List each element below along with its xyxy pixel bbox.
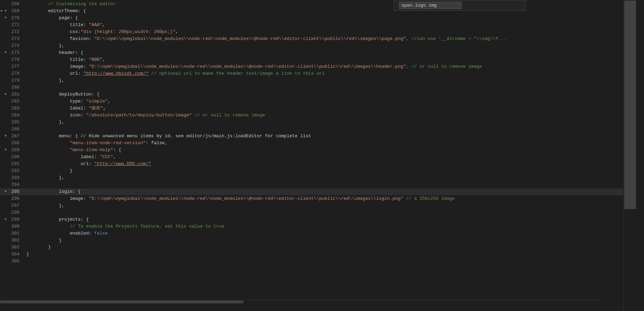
line-number-299: 299 xyxy=(8,216,22,223)
line-number-300: 300 xyxy=(8,223,22,230)
token: "保存" xyxy=(89,106,103,111)
line-number-col-297: 297 xyxy=(0,202,25,209)
scrollbar-thumb[interactable] xyxy=(0,301,243,303)
line-280: 280 xyxy=(0,84,623,91)
line-content-292: } xyxy=(25,167,623,174)
token: "http://www.hbisdt.com/" xyxy=(83,71,148,76)
line-number-290: 290 xyxy=(8,154,22,161)
line-content-302: } xyxy=(25,237,623,244)
line-number-275: 275 xyxy=(8,49,22,56)
line-281: 281 deployButton: { xyxy=(0,91,623,98)
token: "D:\\npm\\npmglobal\\node_modules\\node-… xyxy=(89,196,403,201)
line-number-col-294: 294 xyxy=(0,181,25,188)
line-number-272: 272 xyxy=(8,28,22,35)
fold-arrow-275[interactable] xyxy=(3,49,8,56)
line-number-col-305: 305 xyxy=(0,258,25,265)
line-number-268: 268 xyxy=(8,1,22,8)
line-number-col-292: 292 xyxy=(0,167,25,174)
code-area: 268 // Customising the editor●269 editor… xyxy=(0,0,623,311)
line-number-col-277: 277 xyxy=(0,63,25,70)
line-content-295: login: { xyxy=(25,188,623,195)
token: "D:\\npm\\npmglobal\\node_modules\\node-… xyxy=(94,36,406,41)
fold-arrow-289[interactable] xyxy=(3,147,8,154)
token: "BBB" xyxy=(89,57,102,62)
find-close-button[interactable] xyxy=(490,5,493,6)
line-number-col-278: 278 xyxy=(0,70,25,77)
line-content-296: image: "D:\\npm\\npmglobal\\node_modules… xyxy=(25,195,623,202)
line-content-274: }, xyxy=(25,42,623,49)
find-match-case-button[interactable] xyxy=(463,5,466,6)
token: favicon: xyxy=(26,36,94,41)
line-number-301: 301 xyxy=(8,230,22,237)
horizontal-scrollbar[interactable] xyxy=(0,300,602,303)
line-number-303: 303 xyxy=(8,244,22,251)
line-number-col-299: 299 xyxy=(0,216,25,223)
line-number-285: 285 xyxy=(8,119,22,126)
token: "AAA" xyxy=(89,22,102,27)
line-number-276: 276 xyxy=(8,56,22,63)
fold-arrow-287[interactable] xyxy=(3,133,8,140)
fold-arrow-269[interactable] xyxy=(3,8,8,15)
line-number-col-295: 295 xyxy=(0,188,25,195)
token xyxy=(26,1,48,7)
line-295: 295 login: { xyxy=(0,188,623,195)
line-content-297: }, xyxy=(25,202,623,209)
line-number-col-271: 271 xyxy=(0,22,25,28)
line-number-297: 297 xyxy=(8,202,22,209)
line-305: 305 xyxy=(0,258,623,265)
line-number-269: 269 xyxy=(8,8,22,15)
token: css: xyxy=(26,29,81,34)
line-content-281: deployButton: { xyxy=(25,91,623,98)
line-287: 287 menu: { // Hide unwanted menu items … xyxy=(0,133,623,140)
token: editorTheme: { xyxy=(26,8,86,14)
line-300: 300 // To enable the Projects feature, s… xyxy=(0,223,623,230)
line-number-col-270: 270 xyxy=(0,15,25,22)
line-283: 283 label: "保存", xyxy=(0,105,623,112)
token: // To enable the Projects feature, set t… xyxy=(26,224,225,229)
line-content-293: }, xyxy=(25,174,623,181)
line-content-303: } xyxy=(25,244,623,251)
line-278: 278 url: "http://www.hbisdt.com/" // opt… xyxy=(0,70,623,77)
find-list-button[interactable] xyxy=(487,5,489,6)
line-number-col-288: 288 xyxy=(0,140,25,147)
line-298: 298 xyxy=(0,209,623,216)
token: , xyxy=(176,29,178,34)
find-match-word-button[interactable] xyxy=(467,5,470,6)
token: : false, xyxy=(146,140,167,146)
line-number-292: 292 xyxy=(8,167,22,174)
line-284: 284 icon: "/absolute/path/to/deploy/butt… xyxy=(0,112,623,119)
token: } xyxy=(26,245,51,250)
token: title: xyxy=(26,57,89,62)
find-next-button[interactable] xyxy=(483,5,485,6)
line-number-col-272: 272 xyxy=(0,28,25,35)
token: label: xyxy=(26,154,100,159)
line-number-col-279: 279 xyxy=(0,77,25,84)
line-number-col-300: 300 xyxy=(0,223,25,230)
line-number-col-284: 284 xyxy=(0,112,25,119)
token: , xyxy=(102,22,105,27)
fold-arrow-281[interactable] xyxy=(3,91,8,98)
find-regex-button[interactable] xyxy=(471,5,474,6)
line-288: 288 "menu-item-node-red-version": false, xyxy=(0,140,623,147)
line-content-282: type: "simple", xyxy=(25,98,623,105)
line-content-273: favicon: "D:\\npm\\npmglobal\\node_modul… xyxy=(25,35,623,42)
line-296: 296 image: "D:\\npm\\npmglobal\\node_mod… xyxy=(0,195,623,202)
fold-arrow-270[interactable] xyxy=(3,15,8,22)
token: // optional url to make the header text/… xyxy=(148,71,325,76)
find-prev-button[interactable] xyxy=(480,5,482,6)
breakpoint-dot-269[interactable]: ● xyxy=(0,8,3,15)
find-input[interactable] xyxy=(399,2,462,9)
fold-arrow-295[interactable] xyxy=(3,188,8,195)
line-number-col-293: 293 xyxy=(0,174,25,181)
line-304: 304} xyxy=(0,251,623,258)
line-number-279: 279 xyxy=(8,77,22,84)
line-number-col-296: 296 xyxy=(0,195,25,202)
token: "menu-item-help" xyxy=(70,147,113,153)
fold-arrow-299[interactable] xyxy=(3,216,8,223)
line-number-col-303: 303 xyxy=(0,244,25,251)
line-294: 294 xyxy=(0,181,623,188)
code-lines: 268 // Customising the editor●269 editor… xyxy=(0,0,623,265)
token: header: { xyxy=(26,50,83,55)
line-content-283: label: "保存", xyxy=(25,105,623,112)
token: // or null to remove image xyxy=(192,113,265,118)
